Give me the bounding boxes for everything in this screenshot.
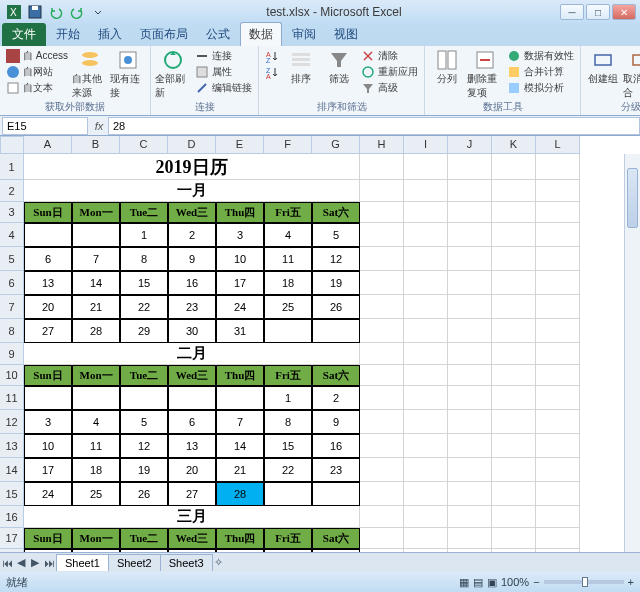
cell[interactable] xyxy=(448,386,492,410)
redo-icon[interactable] xyxy=(67,3,87,21)
calendar-cell[interactable]: 29 xyxy=(120,319,168,343)
cell[interactable] xyxy=(448,202,492,223)
file-tab[interactable]: 文件 xyxy=(2,23,46,46)
calendar-cell[interactable] xyxy=(264,319,312,343)
col-header-E[interactable]: E xyxy=(216,136,264,154)
view-break-icon[interactable]: ▣ xyxy=(487,576,497,589)
col-header-J[interactable]: J xyxy=(448,136,492,154)
cell[interactable] xyxy=(404,319,448,343)
calendar-cell[interactable]: 25 xyxy=(72,482,120,506)
tab-review[interactable]: 审阅 xyxy=(284,23,324,46)
view-normal-icon[interactable]: ▦ xyxy=(459,576,469,589)
row-header[interactable]: 1 xyxy=(0,154,24,180)
vertical-scrollbar[interactable] xyxy=(624,154,640,552)
zoom-slider-knob[interactable] xyxy=(582,577,588,587)
calendar-day-header[interactable]: Wed三 xyxy=(168,365,216,386)
cell[interactable] xyxy=(536,154,580,180)
calendar-day-header[interactable]: Fri五 xyxy=(264,202,312,223)
calendar-cell[interactable]: 19 xyxy=(120,458,168,482)
calendar-cell[interactable] xyxy=(168,386,216,410)
validation-button[interactable]: 数据有效性 xyxy=(505,48,576,64)
calendar-cell[interactable]: 20 xyxy=(168,458,216,482)
remove-dup-button[interactable]: 删除重复项 xyxy=(467,48,503,100)
name-box[interactable]: E15 xyxy=(2,117,88,135)
tab-nav-next[interactable]: ▶ xyxy=(28,556,42,569)
cell[interactable] xyxy=(360,271,404,295)
cell[interactable] xyxy=(404,247,448,271)
cell[interactable] xyxy=(448,482,492,506)
calendar-cell[interactable]: 26 xyxy=(120,482,168,506)
calendar-day-header[interactable]: Sat六 xyxy=(312,202,360,223)
col-header-K[interactable]: K xyxy=(492,136,536,154)
calendar-cell[interactable] xyxy=(264,482,312,506)
cell[interactable] xyxy=(492,247,536,271)
tab-insert[interactable]: 插入 xyxy=(90,23,130,46)
cell[interactable] xyxy=(360,223,404,247)
cell[interactable] xyxy=(448,506,492,528)
cell[interactable] xyxy=(360,319,404,343)
calendar-cell[interactable]: 8 xyxy=(120,247,168,271)
sort-desc-button[interactable]: ZA xyxy=(263,64,281,80)
scrollbar-thumb[interactable] xyxy=(627,168,638,228)
cell[interactable] xyxy=(536,528,580,549)
calendar-cell[interactable]: 12 xyxy=(120,434,168,458)
cell[interactable] xyxy=(360,410,404,434)
cell[interactable] xyxy=(404,202,448,223)
calendar-cell[interactable]: 9 xyxy=(168,247,216,271)
cell[interactable] xyxy=(492,528,536,549)
cell[interactable] xyxy=(492,295,536,319)
cell[interactable] xyxy=(360,295,404,319)
fx-icon[interactable]: fx xyxy=(90,120,108,132)
tab-nav-last[interactable]: ⏭ xyxy=(42,557,56,569)
calendar-cell[interactable]: 23 xyxy=(168,295,216,319)
from-access-button[interactable]: 自 Access xyxy=(4,48,70,64)
row-header[interactable]: 11 xyxy=(0,386,24,410)
whatif-button[interactable]: 模拟分析 xyxy=(505,80,576,96)
calendar-cell[interactable]: 31 xyxy=(216,319,264,343)
cell[interactable] xyxy=(404,482,448,506)
row-header[interactable]: 7 xyxy=(0,295,24,319)
qat-dropdown-icon[interactable] xyxy=(88,3,108,21)
col-header-A[interactable]: A xyxy=(24,136,72,154)
calendar-cell[interactable]: 13 xyxy=(168,434,216,458)
calendar-cell[interactable]: 11 xyxy=(72,434,120,458)
calendar-cell[interactable]: 16 xyxy=(168,271,216,295)
row-header[interactable]: 9 xyxy=(0,343,24,365)
cell[interactable] xyxy=(448,154,492,180)
calendar-cell[interactable]: 15 xyxy=(120,271,168,295)
row-header[interactable]: 6 xyxy=(0,271,24,295)
calendar-cell[interactable]: 15 xyxy=(264,434,312,458)
cell[interactable] xyxy=(492,319,536,343)
calendar-cell[interactable]: 28 xyxy=(216,482,264,506)
cell[interactable] xyxy=(404,365,448,386)
cell[interactable] xyxy=(492,343,536,365)
calendar-day-header[interactable]: Thu四 xyxy=(216,365,264,386)
zoom-level[interactable]: 100% xyxy=(501,576,529,588)
connections-button[interactable]: 连接 xyxy=(193,48,254,64)
calendar-day-header[interactable]: Fri五 xyxy=(264,365,312,386)
cell[interactable] xyxy=(404,549,448,552)
row-header[interactable]: 18 xyxy=(0,549,24,552)
sheet-tab-3[interactable]: Sheet3 xyxy=(160,554,213,571)
cell[interactable] xyxy=(536,202,580,223)
calendar-cell[interactable]: 4 xyxy=(72,410,120,434)
cell[interactable] xyxy=(536,343,580,365)
calendar-cell[interactable]: 28 xyxy=(72,319,120,343)
calendar-cell[interactable]: 22 xyxy=(264,458,312,482)
calendar-cell[interactable]: 23 xyxy=(312,458,360,482)
calendar-cell[interactable]: 24 xyxy=(24,482,72,506)
col-header-B[interactable]: B xyxy=(72,136,120,154)
cell[interactable] xyxy=(536,458,580,482)
save-icon[interactable] xyxy=(25,3,45,21)
calendar-day-header[interactable]: Sat六 xyxy=(312,528,360,549)
calendar-day-header[interactable]: Sun日 xyxy=(24,528,72,549)
cell[interactable] xyxy=(492,506,536,528)
calendar-cell[interactable]: 17 xyxy=(216,271,264,295)
undo-icon[interactable] xyxy=(46,3,66,21)
row-header[interactable]: 13 xyxy=(0,434,24,458)
calendar-day-header[interactable]: Mon一 xyxy=(72,365,120,386)
cell[interactable] xyxy=(360,434,404,458)
row-header[interactable]: 16 xyxy=(0,506,24,528)
sheet-tab-2[interactable]: Sheet2 xyxy=(108,554,161,571)
calendar-cell[interactable] xyxy=(72,386,120,410)
